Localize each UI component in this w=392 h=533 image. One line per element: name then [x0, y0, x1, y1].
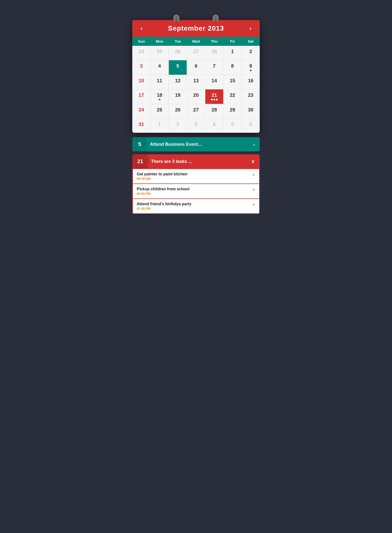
cell-number: 13: [193, 78, 199, 84]
calendar-cell-3[interactable]: 3: [187, 119, 205, 133]
cell-number: 4: [158, 63, 161, 69]
calendar-cell-27[interactable]: 27: [187, 104, 205, 118]
cell-number: 31: [139, 121, 144, 127]
task-content-0: Get painter to paint kitchen09:30 AM: [137, 172, 249, 181]
calendar-cell-26[interactable]: 26: [169, 46, 187, 60]
task-list: Get painter to paint kitchen09:30 AM✕Pic…: [132, 169, 260, 213]
teal-event-text: Attend Business Event...: [147, 138, 248, 151]
cell-number: 21: [211, 92, 217, 98]
calendar-cell-28[interactable]: 28: [205, 104, 223, 118]
cell-number: 2: [176, 121, 179, 127]
calendar-cell-14[interactable]: 14: [205, 75, 223, 89]
calendar-header: ‹ September 2013 ›: [132, 20, 260, 37]
calendar-grid: 2425262728123456789101112131415161718192…: [132, 46, 260, 133]
calendar-cell-28[interactable]: 28: [205, 46, 223, 60]
task-close-button-0[interactable]: ✕: [249, 172, 255, 177]
prev-month-button[interactable]: ‹: [138, 24, 145, 33]
calendar-cell-9[interactable]: 9: [242, 60, 260, 75]
calendar-cell-15[interactable]: 15: [223, 75, 241, 89]
calendar-cell-16[interactable]: 16: [242, 75, 260, 89]
red-tasks-text: There are 3 tasks ...: [148, 155, 246, 168]
cell-number: 22: [230, 92, 235, 98]
event-panels: 5 Attend Business Event... › 21 There ar…: [132, 137, 260, 214]
calendar-cell-1[interactable]: 1: [150, 119, 168, 133]
cell-number: 20: [193, 92, 199, 98]
cell-number: 12: [175, 78, 180, 84]
cell-number: 6: [249, 121, 252, 127]
task-time-2: 07:30 PM: [137, 207, 249, 210]
day-name-sat: Sat: [242, 37, 260, 46]
next-month-button[interactable]: ›: [247, 24, 254, 33]
calendar-cell-6[interactable]: 6: [242, 119, 260, 133]
calendar: ‹ September 2013 › SunMonTueWedThuFriSat…: [132, 20, 260, 133]
calendar-cell-25[interactable]: 25: [150, 46, 168, 60]
calendar-cell-6[interactable]: 6: [187, 60, 205, 75]
calendar-cell-30[interactable]: 30: [242, 104, 260, 118]
calendar-cell-3[interactable]: 3: [132, 60, 150, 75]
teal-event-num: 5: [132, 137, 147, 151]
calendar-cell-31[interactable]: 31: [132, 119, 150, 133]
cell-number: 27: [193, 49, 199, 54]
day-name-wed: Wed: [187, 37, 205, 46]
calendar-cell-13[interactable]: 13: [187, 75, 205, 89]
task-content-1: Pickup children from school04:00 PM: [137, 187, 249, 195]
red-tasks-panel: 21 There are 3 tasks ... ∨ Get painter t…: [132, 154, 260, 214]
task-content-2: Attend friend's birthdya party07:30 PM: [137, 202, 249, 210]
red-dot: [159, 99, 160, 100]
teal-event-arrow: ›: [248, 138, 260, 151]
task-item-0[interactable]: Get painter to paint kitchen09:30 AM✕: [133, 169, 259, 183]
cell-number: 8: [231, 63, 234, 69]
calendar-cell-21[interactable]: 21: [205, 89, 223, 104]
red-tasks-header[interactable]: 21 There are 3 tasks ... ∨: [132, 154, 260, 169]
task-close-button-1[interactable]: ✕: [249, 187, 255, 192]
calendar-cell-11[interactable]: 11: [150, 75, 168, 89]
day-name-fri: Fri: [223, 37, 241, 46]
calendar-cell-29[interactable]: 29: [223, 104, 241, 118]
cell-number: 2: [249, 49, 252, 54]
calendar-widget: ‹ September 2013 › SunMonTueWedThuFriSat…: [132, 15, 260, 214]
calendar-cell-7[interactable]: 7: [205, 60, 223, 75]
calendar-cell-5[interactable]: 5: [169, 60, 187, 75]
calendar-cell-1[interactable]: 1: [223, 46, 241, 60]
calendar-cell-19[interactable]: 19: [169, 89, 187, 104]
cell-number: 19: [175, 92, 180, 98]
teal-dot: [250, 70, 252, 71]
calendar-cell-27[interactable]: 27: [187, 46, 205, 60]
calendar-cell-22[interactable]: 22: [223, 89, 241, 104]
task-item-1[interactable]: Pickup children from school04:00 PM✕: [133, 184, 259, 198]
calendar-cell-24[interactable]: 24: [132, 104, 150, 118]
cell-number: 26: [175, 107, 180, 113]
cell-number: 9: [249, 63, 252, 69]
calendar-cell-18[interactable]: 18: [150, 89, 168, 104]
calendar-cell-2[interactable]: 2: [242, 46, 260, 60]
cell-number: 29: [230, 107, 235, 113]
calendar-cell-4[interactable]: 4: [205, 119, 223, 133]
task-item-2[interactable]: Attend friend's birthdya party07:30 PM✕: [133, 199, 259, 213]
calendar-cell-26[interactable]: 26: [169, 104, 187, 118]
teal-event-panel[interactable]: 5 Attend Business Event... ›: [132, 137, 260, 151]
white-dot: [213, 99, 215, 100]
day-name-mon: Mon: [150, 37, 169, 46]
calendar-cell-23[interactable]: 23: [242, 89, 260, 104]
red-tasks-num: 21: [132, 154, 148, 169]
calendar-cell-17[interactable]: 17: [132, 89, 150, 104]
cell-number: 24: [139, 107, 144, 113]
cell-number: 15: [230, 78, 235, 84]
cell-number: 1: [231, 49, 234, 54]
calendar-cell-12[interactable]: 12: [169, 75, 187, 89]
dot-container: [250, 70, 252, 71]
cell-number: 17: [139, 92, 144, 98]
day-name-thu: Thu: [205, 37, 223, 46]
cell-number: 11: [157, 78, 162, 84]
calendar-cell-5[interactable]: 5: [223, 119, 241, 133]
calendar-cell-2[interactable]: 2: [169, 119, 187, 133]
day-name-tue: Tue: [169, 37, 187, 46]
calendar-cell-10[interactable]: 10: [132, 75, 150, 89]
calendar-cell-25[interactable]: 25: [150, 104, 168, 118]
calendar-cell-20[interactable]: 20: [187, 89, 205, 104]
cell-number: 24: [139, 49, 144, 54]
calendar-cell-24[interactable]: 24: [132, 46, 150, 60]
calendar-cell-8[interactable]: 8: [223, 60, 241, 75]
calendar-cell-4[interactable]: 4: [150, 60, 168, 75]
task-close-button-2[interactable]: ✕: [249, 202, 255, 207]
